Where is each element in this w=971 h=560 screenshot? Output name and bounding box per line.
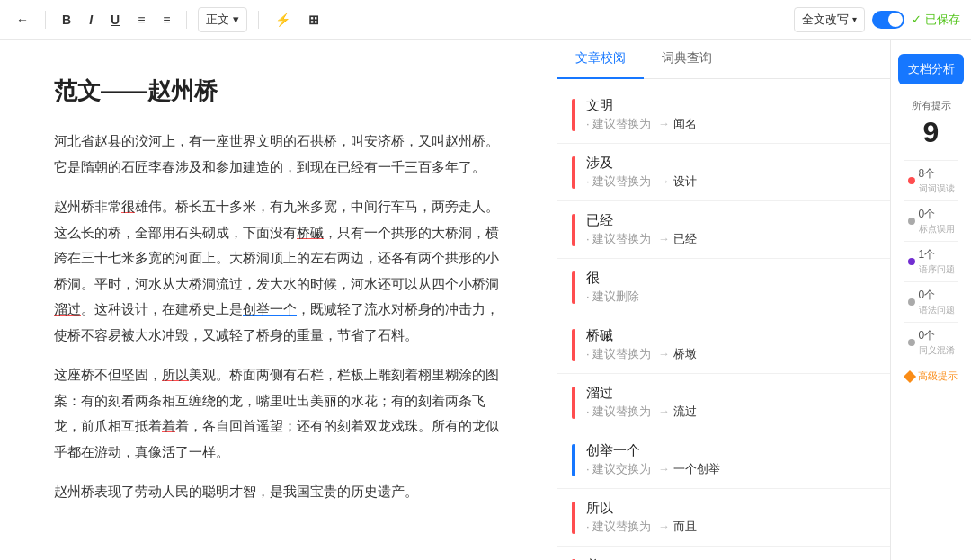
summary-row-3: 1个语序问题	[904, 241, 958, 281]
correction-bar-5	[572, 329, 575, 361]
correction-content-4: 很 · 建议删除	[586, 270, 876, 305]
summary-row-label-3: 1个语序问题	[908, 247, 955, 276]
correction-item-5[interactable]: 桥磩 · 建议替换为 →桥墩	[557, 316, 890, 374]
paragraph-3: 这座桥不但坚固，所以美观。桥面两侧有石栏，栏板上雕刻着栩里糊涂的图案：有的刻看两…	[54, 362, 503, 465]
dot-gray-3	[908, 339, 915, 346]
chevron-down-icon: ▾	[233, 13, 239, 26]
correction-wenming: 文明	[256, 133, 283, 148]
correction-suggestion-4: · 建议删除	[586, 289, 876, 305]
correction-content-1: 文明 · 建议替换为 →闻名	[586, 97, 876, 132]
underline-button[interactable]: U	[105, 9, 125, 31]
correction-word-3: 已经	[586, 212, 876, 229]
correction-sheji: 涉及	[175, 159, 202, 174]
correction-item-6[interactable]: 溜过 · 建议替换为 →流过	[557, 374, 890, 431]
correction-item-2[interactable]: 涉及 · 建议替换为 →设计	[557, 144, 890, 201]
correction-suggestion-5: · 建议替换为 →桥墩	[586, 346, 876, 362]
correction-content-7: 创举一个 · 建议交换为 →一个创举	[586, 442, 876, 477]
summary-row-text-2: 0个标点误用	[919, 207, 955, 236]
correction-bar-2	[572, 156, 575, 189]
correction-qiaochu: 桥磩	[297, 225, 324, 240]
panel-tabs: 文章校阅 词典查询	[557, 40, 890, 79]
paragraph-2: 赵州桥非常很雄伟。桥长五十多米，有九米多宽，中间行车马，两旁走人。这么长的桥，全…	[54, 194, 503, 348]
italic-button[interactable]: I	[84, 9, 98, 31]
analyze-button[interactable]: 文档分析	[898, 54, 964, 84]
summary-section: 所有提示 9	[898, 99, 964, 149]
rewrite-mode-label: 全文改写	[802, 12, 849, 28]
paragraph-4: 赵州桥表现了劳动人民的聪明才智，是我国宝贵的历史遗产。	[54, 479, 503, 505]
correction-content-2: 涉及 · 建议替换为 →设计	[586, 155, 876, 190]
correction-suggestion-3: · 建议替换为 →已经	[586, 231, 876, 247]
correction-hen: 很	[121, 199, 135, 214]
doc-title: 范文——赵州桥	[54, 76, 503, 107]
correction-bar-7	[572, 444, 575, 476]
correction-item-1[interactable]: 文明 · 建议替换为 →闻名	[557, 86, 890, 144]
diamond-icon	[903, 370, 915, 383]
correction-liuguo: 溜过	[54, 301, 81, 316]
correction-suggestion-1: · 建议替换为 →闻名	[586, 116, 876, 132]
chevron-down-icon2: ▾	[852, 14, 857, 24]
summary-row-label-5: 0个同义混淆	[908, 328, 955, 357]
correction-word-2: 涉及	[586, 155, 876, 172]
correction-suggestion-2: · 建议替换为 →设计	[586, 173, 876, 190]
correction-bar-3	[572, 214, 575, 246]
save-status: ✓ 已保存	[912, 12, 960, 28]
summary-row-4: 0个语法问题	[904, 281, 958, 322]
correction-content-3: 已经 · 建议替换为 →已经	[586, 212, 876, 247]
correction-bar-8	[572, 502, 575, 534]
corrections-list: 文明 · 建议替换为 →闻名 涉及 · 建议替换为 →设计 已经 · 建议替换为…	[557, 79, 890, 560]
summary-row-2: 0个标点误用	[904, 200, 958, 241]
font-mode-label: 正文	[206, 12, 229, 28]
summary-row-label-2: 0个标点误用	[908, 207, 955, 236]
summary-row-5: 0个同义混淆	[904, 322, 958, 362]
correction-content-8: 所以 · 建议替换为 →而且	[586, 500, 876, 535]
correction-word-7: 创举一个	[586, 442, 876, 459]
correction-bar-6	[572, 387, 575, 419]
layout-button[interactable]: ⊞	[303, 9, 325, 31]
summary-row-label-1: 8个词词误读	[908, 166, 955, 195]
summary-row-text-4: 0个语法问题	[919, 288, 955, 316]
correction-yijing: 已经	[337, 159, 364, 174]
rewrite-mode-select[interactable]: 全文改写 ▾	[794, 7, 865, 32]
dot-gray-2	[908, 298, 915, 306]
all-hints-label: 所有提示	[898, 99, 964, 112]
back-button[interactable]: ←	[11, 9, 34, 31]
correction-item-3[interactable]: 已经 · 建议替换为 →已经	[557, 201, 890, 259]
correction-item-7[interactable]: 创举一个 · 建议交换为 →一个创举	[557, 431, 890, 489]
toggle-wrap	[872, 11, 904, 29]
correction-item-8[interactable]: 所以 · 建议替换为 →而且	[557, 489, 890, 547]
total-count: 9	[898, 116, 964, 149]
correction-suggestion-8: · 建议替换为 →而且	[586, 519, 876, 535]
summary-row-text-1: 8个词词误读	[919, 166, 955, 195]
correction-item-4[interactable]: 很 · 建议删除	[557, 259, 890, 316]
list1-button[interactable]: ≡	[132, 9, 150, 31]
correction-content-5: 桥磩 · 建议替换为 →桥墩	[586, 327, 876, 362]
tab-dictionary[interactable]: 词典查询	[644, 40, 730, 79]
correction-word-6: 溜过	[586, 385, 876, 402]
summary-row-1: 8个词词误读	[904, 160, 958, 200]
dot-gray-1	[908, 218, 915, 225]
correction-word-5: 桥磩	[586, 327, 876, 344]
correction-word-1: 文明	[586, 97, 876, 114]
lightning-button[interactable]: ⚡	[270, 9, 296, 31]
summary-row-label-4: 0个语法问题	[908, 288, 955, 316]
summary-row-text-5: 0个同义混淆	[919, 328, 955, 357]
correction-item-9[interactable]: 着 · 建议删除	[557, 547, 890, 560]
correction-bar-1	[572, 99, 575, 131]
right-panel: 文章校阅 词典查询 文明 · 建议替换为 →闻名 涉及 · 建议替换为 →设计	[557, 40, 890, 560]
dot-red-1	[908, 177, 915, 184]
toggle-switch[interactable]	[872, 11, 904, 29]
divider1	[45, 11, 46, 29]
editor-area[interactable]: 范文——赵州桥 河北省赵县的洨河上，有一座世界文明的石拱桥，叫安济桥，又叫赵州桥…	[0, 40, 557, 560]
correction-word-4: 很	[586, 270, 876, 287]
correction-suoyi: 所以	[162, 367, 189, 382]
divider3	[258, 11, 259, 29]
bold-button[interactable]: B	[57, 9, 76, 31]
list2-button[interactable]: ≡	[157, 9, 175, 31]
tab-proofreading[interactable]: 文章校阅	[557, 40, 644, 79]
correction-word-8: 所以	[586, 500, 876, 517]
main-area: 范文——赵州桥 河北省赵县的洨河上，有一座世界文明的石拱桥，叫安济桥，又叫赵州桥…	[0, 40, 971, 560]
font-mode-select[interactable]: 正文 ▾	[198, 7, 247, 32]
advanced-hint[interactable]: 高级提示	[905, 369, 958, 383]
dot-purple-1	[908, 258, 915, 265]
doc-body: 河北省赵县的洨河上，有一座世界文明的石拱桥，叫安济桥，又叫赵州桥。它是隋朝的石匠…	[54, 129, 503, 505]
